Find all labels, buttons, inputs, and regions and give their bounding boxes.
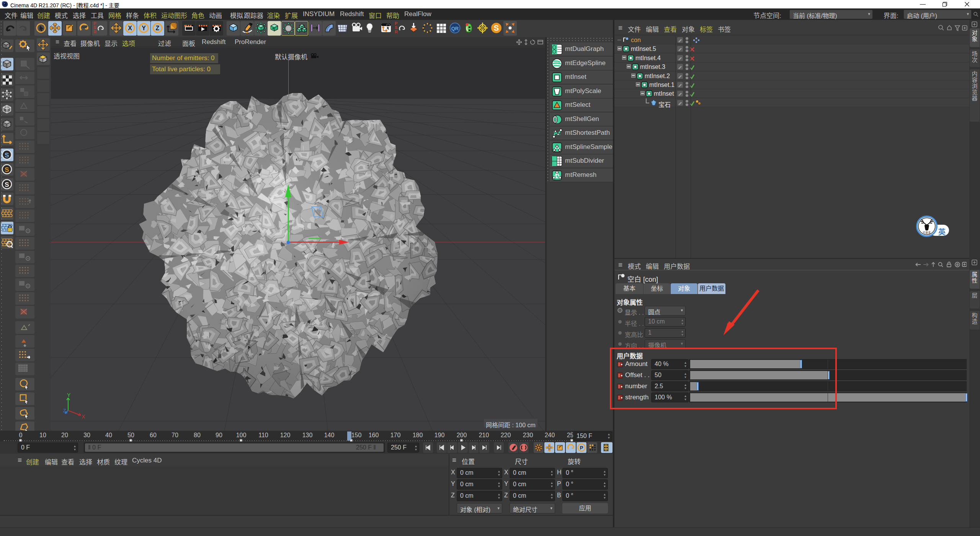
svg-text:QR: QR	[451, 26, 459, 31]
svg-text:Y: Y	[142, 25, 146, 31]
svg-text:S: S	[494, 24, 499, 32]
svg-text:Z: Z	[156, 25, 160, 31]
svg-text:S: S	[5, 166, 9, 173]
svg-text:X: X	[128, 25, 132, 31]
svg-text:X: X	[82, 413, 85, 420]
svg-text:P: P	[580, 445, 583, 451]
svg-text:行走名: 行走名	[923, 231, 931, 234]
svg-text:S: S	[5, 152, 9, 159]
svg-text:Y: Y	[67, 393, 71, 398]
svg-text:Z: Z	[63, 408, 66, 413]
svg-text:S: S	[5, 181, 9, 188]
